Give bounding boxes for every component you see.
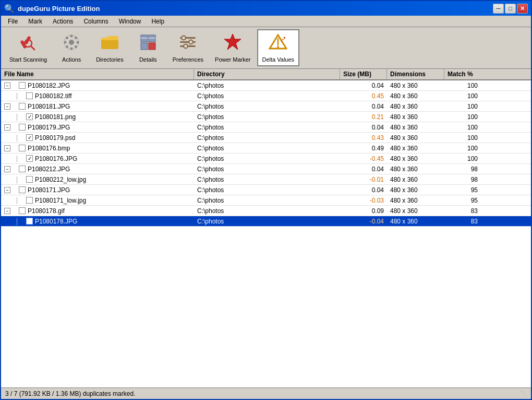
table-row[interactable]: − P1080171.JPG C:\photos 0.04 480 x 360 …: [1, 185, 531, 195]
close-button[interactable]: ✕: [517, 4, 528, 14]
svg-rect-17: [149, 43, 155, 50]
scan-label: Start Scanning: [9, 56, 47, 63]
table-row[interactable]: ✓ P1080181.png C:\photos 0.21 480 x 360 …: [1, 112, 531, 122]
table-row[interactable]: − P1080176.bmp C:\photos 0.49 480 x 360 …: [1, 143, 531, 154]
cell-size: 0.21: [340, 112, 387, 122]
cell-filename: P1080212_low.jpg: [1, 174, 194, 184]
preferences-label: Preferences: [173, 56, 203, 63]
cell-directory: C:\photos: [194, 216, 340, 226]
toolbar-details[interactable]: Details: [130, 29, 166, 66]
table-row[interactable]: − P1080212.JPG C:\photos 0.04 480 x 360 …: [1, 164, 531, 174]
collapse-button[interactable]: −: [4, 208, 10, 214]
row-checkbox[interactable]: [26, 197, 33, 204]
menu-help[interactable]: Help: [147, 16, 169, 27]
row-checkbox[interactable]: [26, 92, 33, 99]
row-checkbox[interactable]: [19, 207, 26, 214]
minimize-button[interactable]: ─: [493, 4, 504, 14]
details-label: Details: [139, 56, 157, 63]
row-checkbox[interactable]: [19, 145, 26, 151]
table-row[interactable]: P1080178.JPG C:\photos -0.04 480 x 360 8…: [1, 216, 531, 227]
row-checkbox[interactable]: ✓: [26, 155, 33, 162]
table-row[interactable]: P1080171_low.jpg C:\photos -0.03 480 x 3…: [1, 195, 531, 206]
cell-filename: ✓ P1080176.JPG: [1, 154, 194, 163]
cell-directory: C:\photos: [194, 143, 340, 153]
table-header: File Name Directory Size (MB) Dimensions…: [1, 69, 531, 80]
cell-match: 98: [444, 174, 481, 184]
row-checkbox[interactable]: ✓: [26, 113, 33, 120]
menu-mark[interactable]: Mark: [23, 16, 47, 27]
cell-filename: ✓ P1080179.psd: [1, 133, 194, 143]
cell-dimensions: 480 x 360: [387, 185, 444, 195]
row-checkbox[interactable]: [26, 218, 33, 225]
cell-directory: C:\photos: [194, 122, 340, 132]
collapse-button[interactable]: −: [4, 83, 10, 89]
table-row[interactable]: − P1080182.JPG C:\photos 0.04 480 x 360 …: [1, 80, 531, 91]
svg-marker-26: [224, 34, 241, 50]
power-marker-icon: [223, 33, 242, 54]
row-checkbox[interactable]: ✓: [26, 134, 33, 141]
filename-text: P1080178.gif: [28, 207, 65, 215]
toolbar-preferences[interactable]: Preferences: [167, 29, 209, 66]
col-header-size[interactable]: Size (MB): [340, 69, 387, 79]
col-header-filename[interactable]: File Name: [1, 69, 194, 79]
cell-filename: − P1080179.JPG: [1, 122, 194, 132]
filename-text: P1080182.tiff: [35, 92, 72, 100]
collapse-button[interactable]: −: [4, 166, 10, 172]
cell-directory: C:\photos: [194, 185, 340, 195]
row-checkbox[interactable]: [19, 124, 26, 131]
col-header-dimensions[interactable]: Dimensions: [387, 69, 444, 79]
collapse-button[interactable]: −: [4, 103, 10, 110]
svg-point-12: [75, 37, 77, 39]
maximize-button[interactable]: □: [505, 4, 516, 14]
table-row[interactable]: ✓ P1080179.psd C:\photos 0.43 480 x 360 …: [1, 133, 531, 143]
cell-match: 100: [444, 80, 481, 90]
svg-marker-31: [283, 37, 285, 39]
table-row[interactable]: − P1080178.gif C:\photos 0.09 480 x 360 …: [1, 206, 531, 216]
row-checkbox[interactable]: [19, 82, 26, 89]
cell-filename: − P1080178.gif: [1, 206, 194, 216]
cell-directory: C:\photos: [194, 101, 340, 111]
toolbar-delta-values[interactable]: Delta Values: [257, 29, 300, 66]
cell-filename: − P1080182.JPG: [1, 80, 194, 90]
table-row[interactable]: − P1080179.JPG C:\photos 0.04 480 x 360 …: [1, 122, 531, 133]
row-checkbox[interactable]: [19, 166, 26, 172]
filename-text: P1080178.JPG: [35, 218, 77, 225]
collapse-button[interactable]: −: [4, 124, 10, 131]
menu-file[interactable]: File: [3, 16, 22, 27]
row-checkbox[interactable]: [19, 186, 26, 193]
cell-directory: C:\photos: [194, 195, 340, 205]
toolbar-actions[interactable]: Actions: [53, 29, 90, 66]
row-checkbox[interactable]: [19, 103, 26, 110]
menu-columns[interactable]: Columns: [79, 16, 113, 27]
toolbar-directories[interactable]: Directories: [91, 29, 129, 66]
table-row[interactable]: − P1080181.JPG C:\photos 0.04 480 x 360 …: [1, 101, 531, 112]
cell-directory: C:\photos: [194, 174, 340, 184]
svg-point-13: [66, 45, 68, 48]
cell-dimensions: 480 x 360: [387, 112, 444, 122]
table-row[interactable]: ✓ P1080176.JPG C:\photos -0.45 480 x 360…: [1, 154, 531, 164]
row-checkbox[interactable]: [26, 176, 33, 183]
svg-point-23: [182, 36, 186, 40]
filename-text: P1080179.psd: [35, 134, 75, 142]
cell-size: 0.04: [340, 122, 387, 132]
menu-actions[interactable]: Actions: [48, 16, 78, 27]
collapse-button[interactable]: −: [4, 187, 10, 193]
cell-dimensions: 480 x 360: [387, 80, 444, 90]
col-header-match[interactable]: Match %: [444, 69, 481, 79]
cell-dimensions: 480 x 360: [387, 133, 444, 143]
directories-icon: [100, 33, 119, 54]
filename-text: P1080176.bmp: [28, 145, 70, 152]
collapse-button[interactable]: −: [4, 145, 10, 151]
table-row[interactable]: P1080182.tiff C:\photos 0.45 480 x 360 1…: [1, 91, 531, 101]
svg-point-7: [70, 48, 73, 50]
col-header-directory[interactable]: Directory: [194, 69, 340, 79]
cell-dimensions: 480 x 360: [387, 122, 444, 132]
cell-size: -0.45: [340, 154, 387, 163]
menu-window[interactable]: Window: [114, 16, 146, 27]
cell-directory: C:\photos: [194, 80, 340, 90]
table-row[interactable]: P1080212_low.jpg C:\photos -0.01 480 x 3…: [1, 174, 531, 185]
cell-filename: − P1080181.JPG: [1, 101, 194, 111]
toolbar-power-marker[interactable]: Power Marker: [210, 29, 256, 66]
delta-values-icon: [269, 33, 287, 54]
toolbar-start-scanning[interactable]: Start Scanning: [4, 29, 52, 66]
